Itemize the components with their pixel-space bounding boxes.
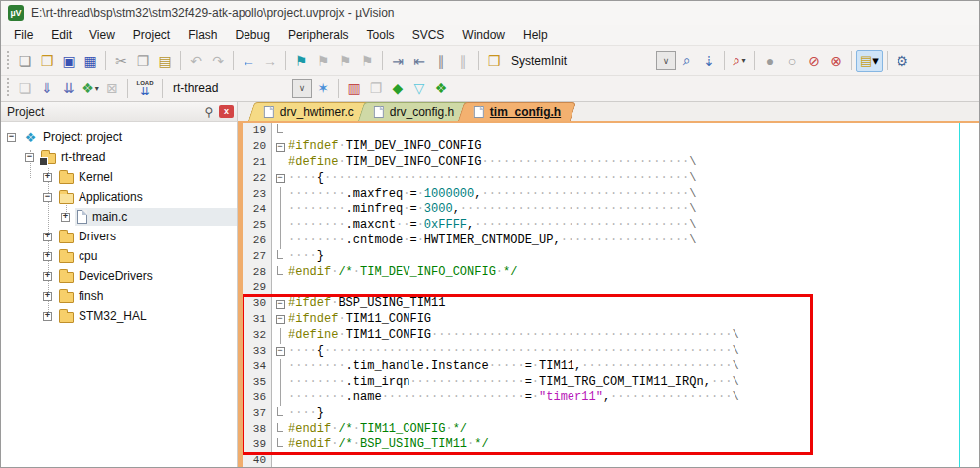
tree-item-kernel[interactable]: +Kernel: [1, 167, 237, 187]
incremental-find-button[interactable]: ⇣: [698, 50, 720, 72]
code-editor[interactable]: 1920−#ifndef·TIM_DEV_INFO_CONFIG21#defin…: [243, 123, 979, 468]
save-file-button[interactable]: ▣: [58, 50, 80, 72]
menu-item-file[interactable]: File: [5, 26, 42, 44]
manage-run-time-environment-button[interactable]: ▥: [343, 78, 365, 99]
target-combobox-dropdown-icon[interactable]: ∨: [292, 79, 312, 98]
code-line[interactable]: 36········.name····················=·"ti…: [243, 390, 979, 406]
code-line[interactable]: 26········.cntmode·=·HWTIMER_CNTMODE_UP,…: [243, 234, 979, 249]
function-combobox-dropdown-icon[interactable]: ∨: [656, 51, 676, 70]
toolbar-grip[interactable]: [6, 51, 11, 71]
code-line[interactable]: 31−#ifndef·TIM11_CONFIG: [243, 312, 979, 328]
next-bookmark-button[interactable]: ⚑: [334, 50, 356, 72]
tree-item-stm32-hal[interactable]: +STM32_HAL: [1, 306, 237, 326]
pin-icon[interactable]: ⚲: [202, 105, 216, 119]
code-line[interactable]: 28#endif·/*·TIM_DEV_INFO_CONFIG·*/: [243, 265, 979, 281]
fold-collapse-icon[interactable]: −: [276, 174, 285, 183]
copy-button[interactable]: ❐: [132, 50, 154, 72]
configuration-wrench-button[interactable]: ⚙: [892, 50, 913, 72]
enable-disable-breakpoint-button[interactable]: ○: [781, 50, 803, 72]
code-line[interactable]: 20−#ifndef·TIM_DEV_INFO_CONFIG: [243, 139, 979, 155]
manage-project-items-button[interactable]: ◆: [387, 78, 408, 99]
navigate-forward-button[interactable]: →: [259, 50, 281, 72]
code-line[interactable]: 35········.tim_irqn················=·TIM…: [243, 375, 979, 390]
menu-item-help[interactable]: Help: [514, 26, 557, 44]
menu-item-flash[interactable]: Flash: [179, 26, 226, 44]
code-line[interactable]: 29: [243, 280, 979, 296]
toolbar-grip[interactable]: [6, 78, 11, 98]
code-line[interactable]: 30−#ifdef·BSP_USING_TIM11: [243, 296, 979, 312]
new-file-button[interactable]: ❏: [14, 50, 36, 72]
fold-collapse-icon[interactable]: −: [276, 347, 285, 356]
close-icon[interactable]: x: [219, 105, 234, 118]
find-all-references-button[interactable]: ⌕▾: [729, 50, 750, 72]
code-line[interactable]: 24········.minfreq·=·3000,··············…: [243, 202, 979, 218]
indent-right-button[interactable]: ⇥: [387, 50, 408, 72]
paste-button[interactable]: ▤: [154, 50, 176, 72]
code-line[interactable]: 34········.tim_handle.Instance·····=·TIM…: [243, 359, 979, 375]
previous-bookmark-button[interactable]: ⚑: [312, 50, 334, 72]
tree-item-drivers[interactable]: +Drivers: [1, 227, 237, 246]
code-line[interactable]: 33−····{································…: [243, 344, 979, 360]
code-line[interactable]: 39#endif·/*·BSP_USING_TIM11·*/: [243, 437, 979, 453]
menu-item-svcs[interactable]: SVCS: [404, 26, 454, 44]
insert-remove-breakpoint-button[interactable]: ●: [759, 50, 781, 72]
target-combobox-value[interactable]: rt-thread: [167, 81, 288, 95]
code-line[interactable]: 21#define·TIM_DEV_INFO_CONFIG···········…: [243, 155, 979, 171]
find-in-files-button[interactable]: ⌕: [676, 50, 698, 72]
tree-item-devicedrivers[interactable]: +DeviceDrivers: [1, 266, 237, 286]
insert-bookmark-button[interactable]: ⚑: [290, 50, 312, 72]
select-software-packs-button[interactable]: ▽: [408, 78, 430, 99]
menu-item-debug[interactable]: Debug: [227, 26, 279, 44]
code-line[interactable]: 22−····{································…: [243, 171, 979, 187]
code-line[interactable]: 27····}: [243, 249, 979, 265]
tree-item-rt-thread[interactable]: −rt-thread: [1, 147, 237, 167]
tab-drv_hwtimer-c[interactable]: drv_hwtimer.c: [248, 102, 370, 121]
tree-expand-box[interactable]: +: [43, 233, 52, 241]
tree-expand-box[interactable]: −: [43, 193, 52, 202]
tree-expand-box[interactable]: +: [43, 312, 52, 321]
tree-expand-box[interactable]: +: [43, 272, 52, 281]
code-line[interactable]: 23········.maxfreq·=·1000000,···········…: [243, 187, 979, 203]
tree-item-main-c[interactable]: +main.c: [1, 207, 237, 227]
pack-installer-button[interactable]: ❖: [430, 78, 452, 99]
fold-collapse-icon[interactable]: −: [276, 315, 285, 324]
tree-expand-box[interactable]: +: [43, 173, 52, 182]
fold-collapse-icon[interactable]: −: [276, 143, 285, 152]
code-line[interactable]: 38#endif·/*·TIM11_CONFIG·*/: [243, 422, 979, 438]
open-file-button[interactable]: ❒: [36, 50, 58, 72]
redo-button[interactable]: ↷: [207, 50, 229, 72]
cut-button[interactable]: ✂: [110, 50, 132, 72]
kill-all-breakpoints-button[interactable]: ⊗: [825, 50, 847, 72]
options-for-target-button[interactable]: ✶: [312, 78, 334, 99]
clear-bookmarks-button[interactable]: ⚑: [356, 50, 378, 72]
tree-expand-box[interactable]: +: [43, 292, 52, 301]
file-extensions-button[interactable]: ❐: [365, 78, 387, 99]
menu-item-tools[interactable]: Tools: [358, 26, 404, 44]
tree-item-applications[interactable]: −Applications: [1, 187, 237, 207]
code-line[interactable]: 25········.maxcnt··=·0xFFFF,············…: [243, 218, 979, 234]
function-navigate-button[interactable]: ❒: [483, 50, 505, 72]
tree-item-project-project[interactable]: −❖Project: project: [1, 127, 237, 147]
comment-selection-button[interactable]: ∥: [430, 50, 452, 72]
tab-drv_config-h[interactable]: drv_config.h: [358, 102, 471, 121]
navigate-back-button[interactable]: ←: [238, 50, 259, 72]
tree-expand-box[interactable]: −: [7, 133, 16, 142]
fold-collapse-icon[interactable]: −: [276, 300, 285, 309]
tree-item-finsh[interactable]: +finsh: [1, 286, 237, 306]
menu-item-view[interactable]: View: [81, 26, 124, 44]
menu-item-peripherals[interactable]: Peripherals: [279, 26, 358, 44]
tree-expand-box[interactable]: +: [43, 252, 52, 261]
rebuild-all-button[interactable]: ⇊: [58, 78, 80, 99]
tree-expand-box[interactable]: +: [61, 213, 70, 222]
download-button[interactable]: LOAD⇊: [132, 78, 158, 99]
translate-file-button[interactable]: ❏: [14, 78, 36, 99]
function-combobox-value[interactable]: SystemInit: [505, 54, 652, 68]
code-line[interactable]: 32#define·TIM11_CONFIG··················…: [243, 328, 979, 344]
debug-windows-button[interactable]: ▤▾: [856, 50, 883, 72]
menu-item-edit[interactable]: Edit: [42, 26, 81, 44]
tree-expand-box[interactable]: −: [25, 153, 34, 162]
menu-item-project[interactable]: Project: [124, 26, 179, 44]
tab-tim_config-h[interactable]: tim_config.h: [458, 102, 577, 121]
indent-left-button[interactable]: ⇤: [408, 50, 430, 72]
stop-build-button[interactable]: ⊠: [101, 78, 123, 99]
